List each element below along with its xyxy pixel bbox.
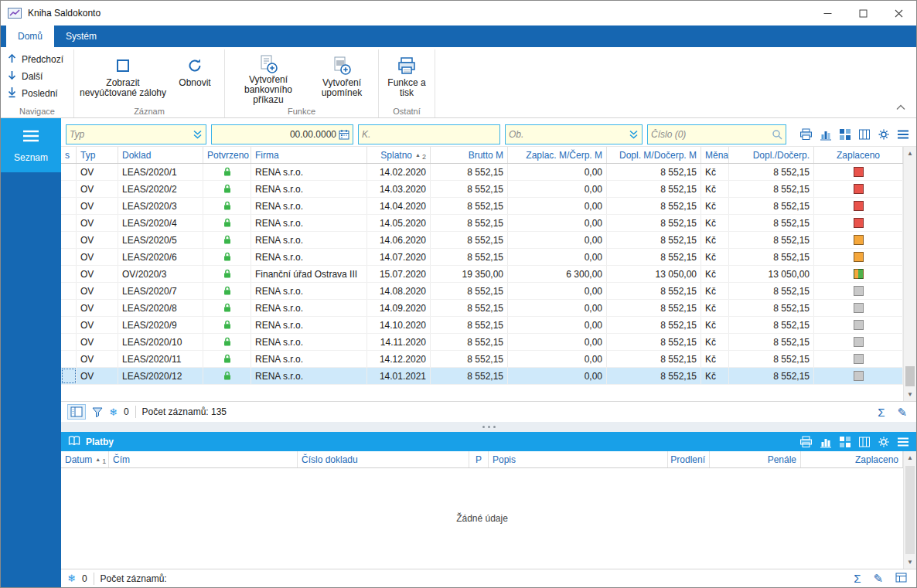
filter-ob-field[interactable] (505, 124, 643, 144)
next-button[interactable]: Další (4, 68, 70, 84)
col-header-splatno[interactable]: Splatno ▲ 2 (367, 147, 431, 163)
table-row[interactable]: OVLEAS/2020/3RENA s.r.o.14.04.20208 552,… (61, 198, 903, 215)
pinned-rows-icon[interactable]: ❄ (67, 573, 76, 584)
col-header-zaplac[interactable]: Zaplac. M/Čerp. M (508, 147, 607, 163)
col-header-typ[interactable]: Typ (77, 147, 118, 163)
col-header-firma[interactable]: Firma (251, 147, 367, 163)
filter-chevrons-icon[interactable] (629, 130, 639, 139)
column-chooser-icon[interactable] (858, 436, 871, 448)
filter-cislo-input[interactable] (651, 129, 769, 140)
tab-domu[interactable]: Domů (6, 25, 54, 47)
filter-funnel-icon[interactable] (92, 407, 103, 417)
table-row[interactable]: OVLEAS/2020/5RENA s.r.o.14.06.20208 552,… (61, 232, 903, 249)
table-row[interactable]: OVLEAS/2020/7RENA s.r.o.14.08.20208 552,… (61, 283, 903, 300)
col-header-zaplaceno[interactable]: Zaplaceno (814, 147, 903, 163)
col-header-popis[interactable]: Popis (489, 451, 668, 467)
settings-gear-icon[interactable] (878, 128, 890, 141)
table-row[interactable]: OVLEAS/2020/8RENA s.r.o.14.09.20208 552,… (61, 300, 903, 317)
refresh-button[interactable]: Obnovit (169, 51, 221, 105)
filter-typ-input[interactable] (70, 129, 190, 140)
last-button[interactable]: Poslední (4, 85, 70, 101)
collapse-ribbon-button[interactable] (893, 100, 908, 114)
platby-scrollbar[interactable]: ▲ ▼ (903, 451, 916, 569)
tab-system[interactable]: Systém (54, 25, 108, 47)
platby-table-header: Datum ▲ 1 Čím Číslo dokladu P Popis Prod… (61, 451, 903, 468)
cell-splatno: 14.05.2020 (367, 215, 431, 231)
table-row[interactable]: OVLEAS/2020/6RENA s.r.o.14.07.20208 552,… (61, 249, 903, 266)
col-header-p[interactable]: P (469, 451, 489, 467)
scrollbar-thumb[interactable] (905, 366, 915, 386)
functions-print-button[interactable]: Funkce a tisk (382, 51, 431, 105)
col-header-penale[interactable]: Penále (710, 451, 801, 467)
scrollbar-track[interactable] (904, 160, 916, 388)
table-row[interactable]: OVLEAS/2020/4RENA s.r.o.14.05.20208 552,… (61, 215, 903, 232)
platby-panel-header: Platby (61, 432, 916, 451)
analysis-icon[interactable] (839, 436, 851, 448)
filter-date-input[interactable] (215, 129, 336, 140)
table-row[interactable]: OVLEAS/2020/10RENA s.r.o.14.11.20208 552… (61, 334, 903, 351)
table-row[interactable]: OVOV/2020/3Finanční úřad Ostrava III15.0… (61, 266, 903, 283)
analysis-icon[interactable] (839, 128, 851, 141)
scroll-down-icon[interactable]: ▼ (904, 388, 916, 401)
create-reminders-button[interactable]: Vytvoření upomínek (309, 51, 375, 105)
filter-ob-input[interactable] (509, 129, 626, 140)
minimize-button[interactable] (810, 1, 845, 25)
scrollbar-thumb[interactable] (905, 466, 915, 554)
edit-icon[interactable]: ✎ (873, 573, 883, 584)
col-header-brutto[interactable]: Brutto M (431, 147, 508, 163)
menu-icon[interactable] (897, 437, 909, 447)
col-header-mena[interactable]: Měna (701, 147, 729, 163)
card-view-icon[interactable] (895, 573, 907, 585)
close-button[interactable] (881, 1, 916, 25)
col-header-doklad[interactable]: Doklad (118, 147, 203, 163)
menu-icon[interactable] (897, 129, 909, 140)
scroll-down-icon[interactable]: ▼ (904, 556, 916, 569)
col-header-dopl-m[interactable]: Dopl. M/Dočerp. M (607, 147, 701, 163)
edit-icon[interactable]: ✎ (897, 406, 907, 418)
col-header-potvrzeno[interactable]: Potvrzeno (203, 147, 251, 163)
row-indicator-cell (61, 249, 77, 265)
maximize-button[interactable] (845, 1, 881, 25)
scroll-up-icon[interactable]: ▲ (904, 147, 916, 160)
pinned-rows-icon[interactable]: ❄ (109, 406, 118, 418)
scroll-up-icon[interactable]: ▲ (904, 451, 916, 464)
col-header-cim[interactable]: Čím (109, 451, 298, 467)
col-header-dopl[interactable]: Dopl./Dočerp. (729, 147, 814, 163)
cell-zaplac: 0,00 (508, 334, 607, 350)
create-bank-order-button[interactable]: Vytvoření bankovního příkazu (228, 51, 309, 105)
search-icon[interactable] (772, 129, 782, 140)
settings-gear-icon[interactable] (878, 436, 890, 448)
print-icon[interactable] (799, 436, 813, 448)
filter-k-field[interactable] (358, 124, 500, 144)
print-icon[interactable] (799, 128, 813, 141)
chart-icon[interactable] (820, 436, 832, 448)
main-table-scrollbar[interactable]: ▲ ▼ (903, 147, 916, 401)
calendar-icon[interactable] (339, 129, 349, 140)
col-header-zaplaceno[interactable]: Zaplaceno (801, 451, 903, 467)
table-row[interactable]: OVLEAS/2020/11RENA s.r.o.14.12.20208 552… (61, 351, 903, 368)
sum-icon[interactable]: Σ (878, 406, 885, 418)
filter-chevrons-icon[interactable] (193, 130, 203, 139)
table-row[interactable]: OVLEAS/2020/12RENA s.r.o.14.01.20218 552… (61, 368, 903, 385)
col-header-s[interactable]: s (61, 147, 77, 163)
table-row[interactable]: OVLEAS/2020/9RENA s.r.o.14.10.20208 552,… (61, 317, 903, 334)
show-unbilled-advances-button[interactable]: Zobrazit nevyúčtované zálohy (77, 51, 169, 105)
table-row[interactable]: OVLEAS/2020/2RENA s.r.o.14.03.20208 552,… (61, 181, 903, 198)
filter-panel-toggle-icon[interactable] (67, 404, 86, 420)
filter-date-field[interactable] (211, 124, 353, 144)
col-header-cislo-dokladu[interactable]: Číslo dokladu (298, 451, 469, 467)
col-header-prodleni[interactable]: Prodlení (668, 451, 710, 467)
filter-typ-field[interactable] (66, 124, 206, 144)
filter-k-input[interactable] (362, 129, 496, 140)
scrollbar-track[interactable] (904, 464, 916, 556)
sum-icon[interactable]: Σ (854, 573, 861, 584)
sort-order-badge: 2 (422, 153, 426, 161)
table-row[interactable]: OVLEAS/2020/1RENA s.r.o.14.02.20208 552,… (61, 164, 903, 181)
col-header-datum[interactable]: Datum ▲ 1 (61, 451, 109, 467)
chart-icon[interactable] (820, 128, 832, 141)
panel-splitter[interactable] (61, 422, 916, 432)
column-chooser-icon[interactable] (858, 128, 871, 141)
sidebar-item-seznam[interactable]: Seznam (1, 118, 61, 172)
filter-cislo-field[interactable] (647, 124, 786, 144)
previous-button[interactable]: Předchozí (4, 51, 70, 67)
